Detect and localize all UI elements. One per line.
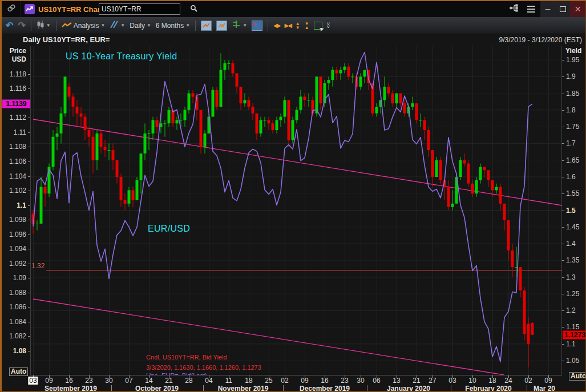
close-button[interactable]: ✕	[570, 1, 585, 17]
candle-body[interactable]	[363, 70, 366, 77]
candle-body[interactable]	[423, 120, 426, 130]
candle-body[interactable]	[431, 150, 434, 177]
candle-body[interactable]	[403, 103, 406, 114]
candle-body[interactable]	[60, 114, 63, 134]
chart-style-button[interactable]: ▼	[34, 19, 53, 33]
expand-horizontal-button[interactable]: ◀▶	[271, 19, 282, 33]
candle-body[interactable]	[220, 70, 223, 107]
candle-body[interactable]	[395, 94, 398, 104]
link-channel-button[interactable]	[2, 1, 21, 17]
candle-body[interactable]	[523, 290, 526, 334]
candle-body[interactable]	[96, 134, 99, 160]
undo-button[interactable]: ↶	[3, 19, 15, 33]
symbol-search-box[interactable]	[99, 3, 180, 15]
zoom-select-button[interactable]: ➤	[312, 19, 325, 33]
add-pane-button[interactable]: +	[249, 19, 265, 33]
candle-body[interactable]	[140, 153, 143, 180]
candle-body[interactable]	[467, 164, 470, 184]
menu-button[interactable]	[523, 1, 540, 17]
candle-body[interactable]	[451, 204, 454, 207]
candle-body[interactable]	[116, 160, 119, 177]
candle-body[interactable]	[359, 76, 362, 87]
candle-body[interactable]	[519, 267, 522, 290]
more-tools-button[interactable]: ˅˅	[325, 19, 332, 33]
candle-body[interactable]	[232, 63, 235, 74]
candle-body[interactable]	[108, 150, 111, 151]
candle-body[interactable]	[204, 134, 207, 147]
candle-body[interactable]	[336, 70, 338, 74]
pan-chart-button[interactable]	[214, 19, 229, 33]
candle-body[interactable]	[256, 114, 258, 134]
candle-body[interactable]	[411, 103, 414, 107]
candle-body[interactable]	[164, 123, 167, 124]
candle-body[interactable]	[308, 100, 310, 100]
candle-body[interactable]	[40, 187, 43, 224]
candle-body[interactable]	[375, 107, 378, 114]
candle-body[interactable]	[120, 177, 123, 200]
eurusd-line[interactable]	[33, 52, 532, 362]
candle-body[interactable]	[136, 180, 139, 200]
minimize-button[interactable]: ─	[540, 1, 555, 17]
candle-body[interactable]	[188, 94, 191, 110]
candle-body[interactable]	[216, 90, 219, 107]
drawing-tools-button[interactable]: ▼	[107, 19, 127, 33]
candle-body[interactable]	[224, 63, 227, 70]
candle-body[interactable]	[495, 187, 498, 191]
candle-body[interactable]	[168, 110, 171, 123]
trendline[interactable]	[33, 119, 562, 205]
candle-body[interactable]	[320, 76, 322, 103]
candle-body[interactable]	[72, 96, 75, 107]
candle-body[interactable]	[64, 76, 67, 113]
candle-body[interactable]	[184, 110, 187, 120]
candle-body[interactable]	[36, 224, 39, 224]
candle-body[interactable]	[415, 103, 418, 120]
candle-body[interactable]	[124, 200, 127, 204]
candle-body[interactable]	[391, 94, 394, 104]
candle-body[interactable]	[68, 87, 71, 97]
candle-body[interactable]	[200, 110, 203, 147]
candle-body[interactable]	[332, 70, 334, 80]
candle-body[interactable]	[280, 117, 282, 120]
right-axis-auto-button[interactable]: Auto	[569, 372, 586, 381]
right-yield-axis[interactable]: Yield 1.951.91.851.81.751.71.651.61.551.…	[562, 46, 586, 375]
candle-body[interactable]	[144, 134, 147, 153]
candle-body[interactable]	[475, 180, 478, 193]
candle-body[interactable]	[419, 120, 422, 120]
candle-body[interactable]	[104, 147, 107, 150]
candle-body[interactable]	[76, 107, 79, 114]
candle-body[interactable]	[439, 160, 442, 180]
candle-body[interactable]	[300, 96, 302, 110]
candle-body[interactable]	[44, 187, 47, 194]
candle-body[interactable]	[276, 120, 278, 130]
candle-body[interactable]	[288, 100, 290, 140]
candle-body[interactable]	[435, 160, 438, 177]
candle-body[interactable]	[284, 100, 286, 116]
candle-body[interactable]	[52, 137, 55, 167]
candle-body[interactable]	[152, 120, 155, 133]
candle-body[interactable]	[347, 67, 350, 77]
axis-settings-button[interactable]: ▼	[229, 19, 249, 33]
candle-body[interactable]	[56, 134, 59, 137]
candle-body[interactable]	[316, 76, 318, 113]
candle-body[interactable]	[272, 123, 274, 130]
search-icon[interactable]	[190, 4, 197, 14]
candle-body[interactable]	[212, 90, 215, 117]
candle-body[interactable]	[292, 120, 294, 140]
candle-body[interactable]	[264, 120, 266, 120]
candle-body[interactable]	[80, 114, 83, 117]
candle-body[interactable]	[328, 80, 330, 83]
candle-body[interactable]	[148, 134, 151, 134]
candle-body[interactable]	[511, 250, 514, 267]
candle-body[interactable]	[351, 76, 354, 77]
candle-body[interactable]	[100, 134, 103, 147]
candle-body[interactable]	[92, 137, 95, 160]
candle-body[interactable]	[156, 120, 159, 127]
candle-body[interactable]	[112, 150, 115, 160]
maximize-button[interactable]	[555, 1, 570, 17]
analysis-button[interactable]: Analysis ▼	[59, 19, 108, 33]
candle-body[interactable]	[88, 130, 91, 137]
candle-body[interactable]	[343, 67, 346, 70]
candle-body[interactable]	[268, 120, 270, 123]
candle-body[interactable]	[471, 184, 474, 194]
candle-body[interactable]	[491, 180, 494, 191]
